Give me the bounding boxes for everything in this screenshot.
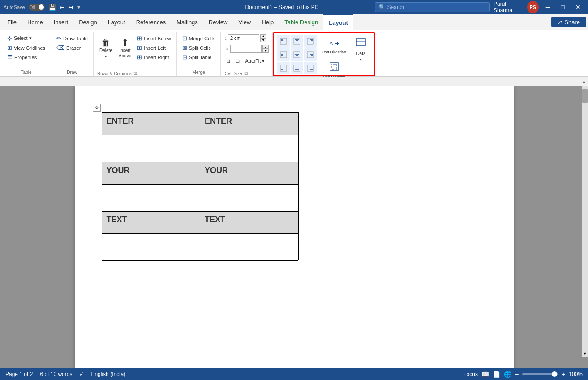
print-layout-icon[interactable]: 📄 bbox=[493, 371, 500, 378]
search-input[interactable] bbox=[387, 4, 486, 10]
eraser-icon: ⌫ bbox=[56, 44, 64, 51]
col-width-down[interactable]: ▼ bbox=[262, 49, 269, 53]
align-middle-right-button[interactable] bbox=[304, 48, 317, 61]
align-bottom-right-button[interactable] bbox=[304, 62, 317, 74]
scrollbar-thumb[interactable] bbox=[582, 89, 588, 103]
insert-above-button[interactable]: ⬆ InsertAbove bbox=[116, 34, 133, 63]
maximize-button[interactable]: □ bbox=[558, 4, 568, 11]
align-top-right-button[interactable] bbox=[304, 35, 317, 48]
search-icon: 🔍 bbox=[379, 4, 386, 10]
zoom-thumb[interactable] bbox=[552, 371, 557, 377]
ribbon-scroll-area: ▲ bbox=[0, 77, 588, 86]
table-row: YOUR YOUR bbox=[102, 162, 298, 185]
svg-rect-30 bbox=[331, 64, 337, 69]
align-top-left-button[interactable] bbox=[277, 35, 290, 48]
zoom-slider[interactable] bbox=[522, 373, 558, 375]
col-width-up[interactable]: ▲ bbox=[262, 45, 269, 49]
table-cell[interactable] bbox=[200, 234, 299, 261]
group-alignment: A Text Direction Cell Margins bbox=[273, 32, 375, 76]
table-resize-handle[interactable] bbox=[298, 260, 302, 264]
align-middle-center-button[interactable] bbox=[291, 48, 303, 61]
customize-qat-icon[interactable]: ▾ bbox=[77, 4, 80, 10]
table-cell[interactable] bbox=[200, 185, 299, 212]
proofing-icon[interactable]: ✓ bbox=[79, 371, 84, 377]
zoom-level: 100% bbox=[569, 371, 583, 377]
tab-file[interactable]: File bbox=[2, 14, 22, 30]
insert-left-button[interactable]: ⊞ Insert Left bbox=[135, 43, 173, 52]
align-top-center-button[interactable] bbox=[291, 35, 303, 48]
tab-home[interactable]: Home bbox=[22, 14, 48, 30]
table-cell[interactable] bbox=[200, 135, 299, 162]
search-box[interactable]: 🔍 bbox=[375, 2, 490, 12]
tab-view[interactable]: View bbox=[233, 14, 256, 30]
vertical-scrollbar[interactable]: ▼ bbox=[582, 86, 588, 357]
distribute-cols-icon: ⊟ bbox=[236, 58, 240, 64]
col-width-input[interactable] bbox=[230, 45, 262, 53]
tab-table-design[interactable]: Table Design bbox=[279, 14, 323, 30]
split-table-button[interactable]: ⊟ Split Table bbox=[180, 53, 217, 61]
row-height-up[interactable]: ▲ bbox=[260, 34, 266, 38]
table-cell[interactable] bbox=[102, 135, 200, 162]
draw-table-button[interactable]: ✏ Draw Table bbox=[55, 34, 90, 43]
table-move-handle[interactable]: ✥ bbox=[93, 104, 101, 112]
close-button[interactable]: ✕ bbox=[572, 4, 584, 11]
focus-button[interactable]: Focus bbox=[463, 371, 478, 377]
tab-layout[interactable]: Layout bbox=[103, 14, 131, 30]
row-height-input[interactable] bbox=[228, 34, 259, 42]
table-cell[interactable] bbox=[102, 234, 200, 261]
minimize-button[interactable]: ─ bbox=[542, 4, 554, 11]
tab-help[interactable]: Help bbox=[256, 14, 279, 30]
table-cell[interactable]: TEXT bbox=[200, 212, 299, 234]
split-table-icon: ⊟ bbox=[182, 54, 187, 60]
text-direction-button[interactable]: A Text Direction bbox=[319, 35, 348, 57]
table-row: TEXT TEXT bbox=[102, 212, 298, 234]
insert-below-button[interactable]: ⊞ Insert Below bbox=[135, 34, 173, 43]
tab-references[interactable]: References bbox=[131, 14, 171, 30]
table-cell[interactable]: ENTER bbox=[102, 113, 200, 135]
delete-button[interactable]: 🗑 Delete ▾ bbox=[97, 34, 115, 63]
table-cell[interactable]: YOUR bbox=[200, 162, 299, 185]
insert-right-icon: ⊞ bbox=[137, 54, 142, 60]
row-height-down[interactable]: ▼ bbox=[260, 38, 266, 42]
insert-right-button[interactable]: ⊞ Insert Right bbox=[135, 53, 173, 61]
table-cell[interactable] bbox=[102, 185, 200, 212]
user-avatar[interactable]: PS bbox=[527, 1, 539, 13]
tab-mailings[interactable]: Mailings bbox=[171, 14, 203, 30]
web-layout-icon[interactable]: 🌐 bbox=[504, 371, 511, 378]
select-button[interactable]: ⊹ Select ▾ bbox=[5, 34, 47, 43]
undo-icon[interactable]: ↩ bbox=[60, 4, 65, 11]
autofit-button[interactable]: AutoFit ▾ bbox=[243, 57, 266, 65]
rows-columns-expand-icon[interactable]: ⊡ bbox=[133, 71, 137, 76]
distribute-rows-button[interactable]: ⊞ bbox=[224, 57, 232, 65]
save-icon[interactable]: 💾 bbox=[48, 4, 56, 11]
autosave-toggle[interactable]: Off bbox=[29, 4, 45, 11]
distribute-cols-button[interactable]: ⊟ bbox=[234, 57, 241, 65]
table-cell[interactable]: TEXT bbox=[102, 212, 200, 234]
document-area[interactable]: ▲ ✥ ENTER ENTER YOUR YOUR bbox=[0, 77, 588, 368]
share-button[interactable]: ↗ Share bbox=[551, 17, 586, 27]
align-bottom-center-button[interactable] bbox=[291, 62, 303, 74]
eraser-button[interactable]: ⌫ Eraser bbox=[55, 43, 90, 52]
properties-button[interactable]: ☰ Properties bbox=[5, 53, 47, 61]
ribbon-up-scroll[interactable]: ▲ bbox=[580, 79, 588, 84]
align-middle-left-button[interactable] bbox=[277, 48, 290, 61]
tab-layout-active[interactable]: Layout bbox=[323, 14, 353, 30]
zoom-in-icon[interactable]: + bbox=[562, 371, 565, 378]
zoom-out-icon[interactable]: − bbox=[515, 371, 519, 378]
align-bottom-left-button[interactable] bbox=[277, 62, 290, 74]
tab-design[interactable]: Design bbox=[73, 14, 102, 30]
data-button[interactable]: Data ▾ bbox=[351, 35, 371, 64]
read-mode-icon[interactable]: 📖 bbox=[481, 371, 489, 378]
table-cell[interactable]: ENTER bbox=[200, 113, 299, 135]
table-row bbox=[102, 185, 298, 212]
table-cell[interactable]: YOUR bbox=[102, 162, 200, 185]
scroll-down-btn[interactable]: ▼ bbox=[582, 350, 588, 357]
cell-size-expand-icon[interactable]: ⊡ bbox=[244, 71, 248, 76]
rows-col-content: 🗑 Delete ▾ ⬆ InsertAbove ⊞ Insert Below … bbox=[97, 32, 173, 70]
view-gridlines-button[interactable]: ⊞ View Gridlines bbox=[5, 43, 47, 52]
merge-cells-button[interactable]: ⊡ Merge Cells bbox=[180, 34, 217, 43]
tab-insert[interactable]: Insert bbox=[48, 14, 74, 30]
tab-review[interactable]: Review bbox=[203, 14, 233, 30]
redo-icon[interactable]: ↪ bbox=[69, 4, 74, 11]
split-cells-button[interactable]: ⊠ Split Cells bbox=[180, 43, 217, 52]
